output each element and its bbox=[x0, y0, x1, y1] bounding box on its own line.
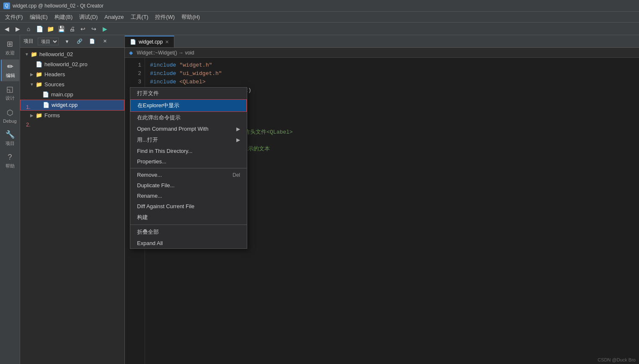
ctx-rename[interactable]: Rename... bbox=[130, 191, 247, 201]
toolbar-home[interactable]: ⌂ bbox=[23, 24, 34, 34]
tree-label-maincpp: main.cpp bbox=[51, 90, 73, 99]
toolbar-save[interactable]: 💾 bbox=[56, 24, 66, 34]
ctx-build-label: 构建 bbox=[137, 214, 148, 221]
tree-label-headers: Headers bbox=[44, 70, 65, 79]
ctx-show-explorer-label: 在Explorer中显示 bbox=[137, 102, 179, 109]
breadcrumb-function: ◆ Widget::~Widget() → void bbox=[129, 50, 194, 56]
ctx-expand-all[interactable]: Expand All bbox=[130, 238, 247, 248]
toolbar-forward[interactable]: ▶ bbox=[13, 24, 23, 34]
tree-label-project: helloworld_02 bbox=[39, 50, 73, 59]
ctx-show-explorer[interactable]: 在Explorer中显示 bbox=[130, 99, 247, 112]
sidebar-label-edit: 编辑 bbox=[6, 72, 15, 79]
window-title: widget.cpp @ helloworld_02 - Qt Creator bbox=[13, 3, 103, 9]
filter-btn[interactable]: ▼ bbox=[62, 36, 72, 46]
edit-icon: ✏ bbox=[7, 62, 13, 71]
tab-icon: 📄 bbox=[130, 39, 136, 45]
design-icon: ◱ bbox=[6, 85, 13, 94]
sidebar-label-welcome: 欢迎 bbox=[5, 50, 15, 56]
forms-folder-icon: 📁 bbox=[35, 111, 43, 120]
ctx-diff-label: Diff Against Current File bbox=[137, 203, 194, 209]
menu-file[interactable]: 文件(F) bbox=[2, 13, 26, 22]
sources-folder-icon: 📁 bbox=[35, 80, 43, 89]
ctx-remove-label: Remove... bbox=[137, 172, 162, 178]
tree-item-pro[interactable]: 📄 helloworld_02.pro bbox=[20, 59, 124, 70]
toolbar-undo[interactable]: ↩ bbox=[78, 24, 88, 34]
project-panel-header: 项目 项目 ▼ 🔗 📄 ✕ bbox=[20, 35, 124, 48]
tab-bar: 📄 widget.cpp ✕ bbox=[125, 35, 639, 48]
toolbar-back[interactable]: ◀ bbox=[2, 24, 12, 34]
toolbar-print[interactable]: 🖨 bbox=[67, 24, 77, 34]
breadcrumb-path: Widget::~Widget() → void bbox=[137, 50, 194, 56]
menu-edit[interactable]: 编辑(E) bbox=[26, 13, 51, 22]
ctx-build[interactable]: 构建 bbox=[130, 212, 247, 223]
tree-item-sources[interactable]: ▼ 📁 Sources bbox=[20, 80, 124, 90]
sidebar-item-edit[interactable]: ✏ 编辑 bbox=[1, 59, 19, 81]
ctx-remove-shortcut: Del bbox=[233, 172, 240, 178]
ctx-properties[interactable]: Properties... bbox=[130, 156, 247, 167]
ctx-arrow-icon-4: ▶ bbox=[236, 137, 240, 143]
tab-close-btn[interactable]: ✕ bbox=[165, 39, 169, 45]
context-menu: 打开文件 在Explorer中显示 在此弹出命令提示 Open Command … bbox=[130, 87, 247, 249]
project-panel-title: 项目 bbox=[23, 38, 34, 45]
toolbar-new-file[interactable]: 📄 bbox=[34, 24, 44, 34]
sidebar-label-design: 设计 bbox=[5, 95, 15, 101]
ctx-open-file-label: 打开文件 bbox=[137, 90, 159, 97]
row-indicator-1: 1. bbox=[26, 104, 31, 110]
tree-label-widgetcpp: widget.cpp bbox=[52, 101, 78, 109]
menu-controls[interactable]: 控件(W) bbox=[152, 13, 178, 22]
tree-item-widgetcpp[interactable]: 📄 widget.cpp bbox=[20, 100, 124, 111]
sidebar-item-design[interactable]: ◱ 设计 bbox=[1, 82, 19, 104]
tree-item-forms[interactable]: ▶ 📁 Forms bbox=[20, 111, 124, 121]
help-icon: ? bbox=[8, 153, 12, 162]
ctx-diff[interactable]: Diff Against Current File bbox=[130, 201, 247, 212]
link-btn[interactable]: 🔗 bbox=[75, 36, 85, 46]
ctx-collapse-all-label: 折叠全部 bbox=[137, 228, 159, 236]
project-selector[interactable]: 项目 bbox=[38, 38, 59, 45]
ctx-properties-label: Properties... bbox=[137, 158, 166, 165]
tree-item-maincpp[interactable]: 📄 main.cpp bbox=[20, 90, 124, 100]
folder-icon: 📁 bbox=[30, 50, 38, 59]
menu-debug[interactable]: 调试(D) bbox=[76, 13, 101, 22]
toolbar-run[interactable]: ▶ bbox=[100, 24, 110, 34]
ctx-open-with[interactable]: 用...打开 ▶ bbox=[130, 134, 247, 146]
ctx-open-with-label: 用...打开 bbox=[137, 136, 158, 144]
ctx-open-file[interactable]: 打开文件 bbox=[130, 88, 247, 99]
tree-item-headers[interactable]: ▶ 📁 Headers bbox=[20, 70, 124, 80]
ctx-cmd-here-label: 在此弹出命令提示 bbox=[137, 114, 181, 121]
tree-label-sources: Sources bbox=[44, 80, 65, 89]
sidebar-label-debug: Debug bbox=[3, 119, 16, 124]
ctx-arrow-icon-3: ▶ bbox=[236, 126, 240, 132]
menu-analyze[interactable]: Analyze bbox=[101, 13, 127, 21]
pro-file-icon: 📄 bbox=[35, 60, 43, 69]
widgetcpp-icon: 📄 bbox=[42, 101, 50, 109]
ctx-cmd-here[interactable]: 在此弹出命令提示 bbox=[130, 112, 247, 124]
project-panel: 项目 项目 ▼ 🔗 📄 ✕ ▼ 📁 helloworld_02 📄 hellow… bbox=[20, 35, 125, 364]
new-file-btn[interactable]: 📄 bbox=[87, 36, 97, 46]
close-panel-btn[interactable]: ✕ bbox=[100, 36, 110, 46]
sources-expand: ▼ bbox=[28, 80, 35, 89]
ctx-duplicate-label: Duplicate File... bbox=[137, 182, 175, 188]
ctx-remove[interactable]: Remove... Del bbox=[130, 170, 247, 180]
ctx-collapse-all[interactable]: 折叠全部 bbox=[130, 226, 247, 238]
sidebar-item-project[interactable]: 🔧 项目 bbox=[1, 127, 19, 149]
ctx-find-in-dir[interactable]: Find in This Directory... bbox=[130, 146, 247, 156]
sidebar-item-welcome[interactable]: ⊞ 欢迎 bbox=[1, 37, 19, 59]
tree-item-project[interactable]: ▼ 📁 helloworld_02 bbox=[20, 49, 124, 59]
ctx-open-cmd-with[interactable]: Open Command Prompt With ▶ bbox=[130, 124, 247, 134]
maincpp-icon: 📄 bbox=[42, 90, 49, 99]
headers-expand: ▶ bbox=[28, 70, 35, 79]
menu-bar: 文件(F) 编辑(E) 构建(B) 调试(D) Analyze 工具(T) 控件… bbox=[0, 12, 639, 23]
toolbar-open[interactable]: 📁 bbox=[45, 24, 55, 34]
expand-icon: ▼ bbox=[23, 50, 30, 59]
sidebar-item-debug[interactable]: ⬡ Debug bbox=[1, 105, 19, 126]
toolbar-redo[interactable]: ↪ bbox=[89, 24, 99, 34]
tab-label: widget.cpp bbox=[139, 39, 163, 45]
menu-tools[interactable]: 工具(T) bbox=[127, 13, 152, 22]
sidebar-item-help[interactable]: ? 帮助 bbox=[1, 150, 19, 172]
ctx-duplicate[interactable]: Duplicate File... bbox=[130, 180, 247, 191]
menu-help[interactable]: 帮助(H) bbox=[178, 13, 203, 22]
tab-widgetcpp[interactable]: 📄 widget.cpp ✕ bbox=[125, 36, 174, 47]
menu-build[interactable]: 构建(B) bbox=[51, 13, 76, 22]
breadcrumb-arrow: ◆ bbox=[129, 50, 133, 56]
welcome-icon: ⊞ bbox=[7, 39, 13, 49]
